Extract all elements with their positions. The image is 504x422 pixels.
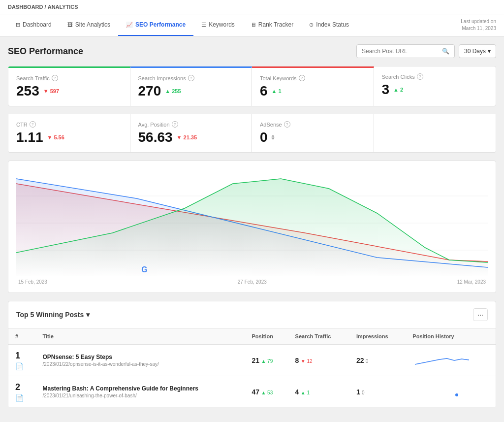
metrics-row-1: Search Traffic ? 253 ▼ 597 Search Impres… [8,66,496,106]
google-g: G [141,265,147,274]
rank-tracker-icon: 🖥 [251,22,256,28]
tab-list: ⊞ Dashboard 🖼 Site Analytics 📈 SEO Perfo… [8,14,357,36]
svg-point-3 [455,393,458,396]
chart-svg: G [16,169,488,277]
tab-site-analytics-label: Site Analytics [75,21,110,28]
tabs-bar: ⊞ Dashboard 🖼 Site Analytics 📈 SEO Perfo… [0,14,504,36]
col-position: Position [245,328,288,345]
chart-container: G 15 Feb, 2023 27 Feb, 2023 12 Mar, 2023 [8,161,496,293]
breadcrumb: DASHBOARD / ANALYTICS [0,0,504,14]
search-traffic-info[interactable]: ? [52,75,58,81]
table-row: 1 📄 OPNsense: 5 Easy Steps /2023/01/22/o… [8,345,496,376]
keywords-icon: ☰ [201,22,206,28]
avg-position-value: 56.63 [138,130,173,145]
ctr-info[interactable]: ? [30,121,36,128]
breadcrumb-root[interactable]: DASHBOARD [8,4,43,10]
row2-position: 47 ▲ 53 [245,376,288,408]
col-title: Title [36,328,245,345]
table-header-row: # Title Position Search Traffic Impressi… [8,328,496,345]
row2-mini-chart [412,381,472,401]
tab-keywords-label: Keywords [209,21,235,28]
tab-dashboard[interactable]: ⊞ Dashboard [8,14,60,36]
avg-position-info[interactable]: ? [172,121,178,128]
metric-search-impressions: Search Impressions ? 270 ▲ 255 [130,66,252,106]
col-rank: # [8,328,36,345]
tab-index-status-label: Index Status [316,21,349,28]
chevron-down-icon: ▾ [86,311,90,319]
metrics-row-2: CTR ? 1.11 ▼ 5.56 Avg. Position ? 56.63 … [8,114,496,153]
row2-impressions: 1 0 [349,376,406,408]
metric-search-clicks: Search Clicks ? 3 ▲ 2 [374,66,496,106]
search-url-field[interactable]: 🔍 [356,44,455,58]
metric-search-traffic: Search Traffic ? 253 ▼ 597 [8,66,130,106]
last-updated: Last updated on March 11, 2023 [461,18,496,32]
breadcrumb-current: ANALYTICS [48,4,78,10]
search-clicks-change: ▲ 2 [393,87,403,93]
tab-index-status[interactable]: ⊙ Index Status [301,14,357,36]
col-search-traffic: Search Traffic [288,328,349,345]
tab-keywords[interactable]: ☰ Keywords [193,14,243,36]
total-keywords-change: ▲ 1 [272,88,282,94]
page-title: SEO Performance [8,46,83,57]
row1-history [406,345,496,376]
search-traffic-change: ▼ 597 [43,88,59,94]
row1-traffic: 8 ▼ 12 [288,345,349,376]
tab-dashboard-label: Dashboard [23,21,52,28]
page-header: SEO Performance 🔍 30 Days ▾ [8,44,496,58]
search-impressions-value: 270 [138,83,161,99]
row2-traffic: 4 ▲ 1 [288,376,349,408]
col-position-history: Position History [406,328,496,345]
search-clicks-value: 3 [382,82,390,97]
row2-rank: 2 📄 [8,376,36,408]
chart-date-end: 12 Mar, 2023 [457,279,486,285]
days-select[interactable]: 30 Days ▾ [459,44,496,58]
search-url-input[interactable] [362,48,440,55]
search-clicks-info[interactable]: ? [417,73,423,80]
tab-rank-tracker[interactable]: 🖥 Rank Tracker [243,14,301,36]
total-keywords-value: 6 [260,83,268,99]
table-section: Top 5 Winning Posts ▾ ··· # Title Positi… [8,301,496,408]
row2-title-cell: Mastering Bash: A Comprehensive Guide fo… [36,376,245,408]
row1-mini-chart [412,350,472,369]
header-controls: 🔍 30 Days ▾ [356,44,496,58]
row1-position: 21 ▲ 79 [245,345,288,376]
chart-x-axis: 15 Feb, 2023 27 Feb, 2023 12 Mar, 2023 [16,279,488,285]
table-header: Top 5 Winning Posts ▾ ··· [8,301,496,328]
total-keywords-info[interactable]: ? [299,75,305,81]
tab-site-analytics[interactable]: 🖼 Site Analytics [60,14,118,36]
index-status-icon: ⊙ [309,22,314,28]
table-title[interactable]: Top 5 Winning Posts ▾ [16,311,90,319]
metric-adsense: AdSense ? 0 0 [252,114,374,152]
chart-date-start: 15 Feb, 2023 [18,279,47,285]
tab-seo-performance[interactable]: 📈 SEO Performance [118,14,193,36]
more-options-button[interactable]: ··· [473,308,488,321]
metric-avg-position: Avg. Position ? 56.63 ▼ 21.35 [130,114,252,152]
chart-date-mid: 27 Feb, 2023 [238,279,267,285]
row2-history [406,376,496,408]
search-impressions-change: ▲ 255 [165,88,181,94]
ctr-change: ▼ 5.56 [47,134,64,140]
row1-impressions: 22 0 [349,345,406,376]
search-icon: 🔍 [442,48,449,55]
metric-empty [374,114,496,152]
tab-rank-tracker-label: Rank Tracker [258,21,293,28]
table-row: 2 📄 Mastering Bash: A Comprehensive Guid… [8,376,496,408]
search-impressions-info[interactable]: ? [188,75,194,81]
row1-title-cell: OPNsense: 5 Easy Steps /2023/01/22/opnse… [36,345,245,376]
breadcrumb-separator: / [45,4,46,10]
metric-total-keywords: Total Keywords ? 6 ▲ 1 [252,66,374,106]
posts-table: # Title Position Search Traffic Impressi… [8,328,496,408]
chevron-down-icon: ▾ [488,48,491,55]
site-analytics-icon: 🖼 [67,22,73,28]
ctr-value: 1.11 [16,130,43,145]
main-content: SEO Performance 🔍 30 Days ▾ Search Traff… [0,36,504,416]
chart-area: G [16,169,488,277]
row1-rank: 1 📄 [8,345,36,376]
adsense-info[interactable]: ? [284,121,290,128]
metric-ctr: CTR ? 1.11 ▼ 5.56 [8,114,130,152]
avg-position-change: ▼ 21.35 [177,134,197,140]
col-impressions: Impressions [349,328,406,345]
search-traffic-value: 253 [16,83,39,99]
tab-seo-performance-label: SEO Performance [135,21,186,28]
dashboard-icon: ⊞ [16,22,20,28]
